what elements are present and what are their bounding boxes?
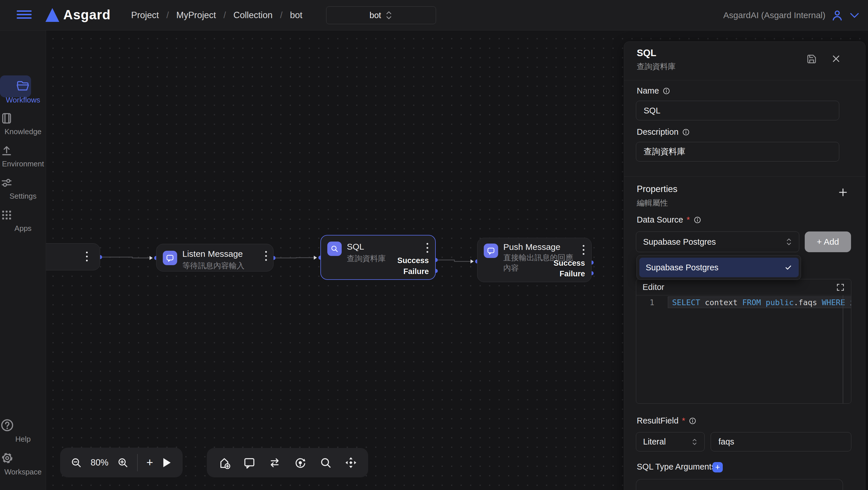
brand-title: Asgard xyxy=(63,7,111,23)
zoom-out-icon[interactable] xyxy=(70,457,82,468)
help-icon xyxy=(0,418,14,432)
sidebar-item-workflows[interactable]: Workflows xyxy=(0,80,46,105)
sql-type-arguments-label: SQL Type Arguments xyxy=(637,462,716,471)
info-icon xyxy=(662,87,671,95)
info-icon xyxy=(693,216,702,224)
sidebar-item-help[interactable]: Help xyxy=(0,418,46,444)
info-icon xyxy=(688,417,696,425)
result-field-input[interactable] xyxy=(711,432,851,452)
chevron-down-icon xyxy=(849,12,860,19)
sliders-icon xyxy=(0,176,13,190)
output-success[interactable]: Success xyxy=(553,259,585,268)
data-source-value: Supabase Postgres xyxy=(643,237,716,247)
required-asterisk: * xyxy=(686,215,690,225)
sidebar-label-workflows: Workflows xyxy=(0,95,46,105)
data-source-select[interactable]: Supabase Postgres xyxy=(636,231,799,252)
properties-heading: Properties xyxy=(637,184,677,194)
workflow-select[interactable]: bot xyxy=(326,6,436,24)
sql-editor[interactable]: Editor 1 SELECT context FROM public.faqs… xyxy=(636,279,851,404)
move-icon[interactable] xyxy=(345,456,357,469)
node-subtitle: 等待訊息內容輸入 xyxy=(182,261,245,271)
node-title: Push Message xyxy=(503,242,560,252)
dropdown-option-supabase[interactable]: Supabase Postgres xyxy=(639,258,799,277)
expand-icon[interactable] xyxy=(836,283,845,292)
zoom-in-icon[interactable] xyxy=(117,457,129,468)
code-text: SELECT context FROM public.faqs WHERE id… xyxy=(668,296,851,308)
tools-toolbar xyxy=(207,448,368,477)
zoom-level: 80% xyxy=(91,458,108,468)
result-field-label: ResultField * xyxy=(637,416,696,426)
info-icon xyxy=(682,128,690,136)
breadcrumb-bot[interactable]: bot xyxy=(290,10,302,21)
add-data-source-button[interactable]: + Add xyxy=(805,231,851,252)
node-menu-icon[interactable] xyxy=(582,244,586,256)
add-property-icon[interactable] xyxy=(838,187,848,198)
add-tag-icon[interactable] xyxy=(218,456,230,469)
sidebar-item-apps[interactable]: Apps xyxy=(0,208,46,233)
editor-scrollbar[interactable] xyxy=(843,295,843,404)
description-input[interactable] xyxy=(636,142,839,162)
comment-icon[interactable] xyxy=(243,456,256,469)
code-line[interactable]: 1 SELECT context FROM public.faqs WHERE … xyxy=(636,296,851,308)
node-settings-panel: SQL 查詢資料庫 Name Description Properties 編輯… xyxy=(624,41,865,490)
chat-bubble-icon xyxy=(484,243,498,258)
properties-subheading: 編輯屬性 xyxy=(637,198,668,208)
node-listen-message[interactable]: Listen Message 等待訊息內容輸入 xyxy=(156,244,274,271)
description-label: Description xyxy=(637,127,690,137)
add-sql-type-argument-button[interactable]: + xyxy=(712,462,723,472)
magnifier-icon xyxy=(327,241,342,256)
divider xyxy=(624,176,865,177)
editor-title: Editor xyxy=(643,282,664,292)
account-name: AsgardAI (Asgard Internal) xyxy=(723,10,826,20)
check-icon xyxy=(784,263,793,271)
editor-header: Editor xyxy=(636,279,851,295)
chevron-updown-icon xyxy=(385,10,393,20)
node-menu-icon[interactable] xyxy=(264,250,268,262)
node-title: SQL xyxy=(347,242,364,252)
sql-type-arguments-box xyxy=(636,479,843,490)
node-title: Listen Message xyxy=(182,249,243,259)
sidebar-item-knowledge[interactable]: Knowledge xyxy=(0,112,46,136)
add-node-button[interactable]: + xyxy=(146,456,153,469)
sidebar-item-environment[interactable]: Environment xyxy=(0,144,46,168)
name-label: Name xyxy=(637,86,671,95)
save-icon[interactable] xyxy=(806,53,817,65)
panel-title: SQL xyxy=(637,48,656,58)
sidebar-label-workspace: Workspace xyxy=(0,467,46,477)
sidebar-label-apps: Apps xyxy=(0,224,46,233)
output-success[interactable]: Success xyxy=(397,256,429,265)
close-icon[interactable] xyxy=(831,53,841,64)
menu-icon[interactable] xyxy=(17,10,32,20)
sidebar-label-help: Help xyxy=(0,435,46,444)
breadcrumb-collection[interactable]: Collection xyxy=(234,10,273,21)
output-failure[interactable]: Failure xyxy=(403,267,429,276)
node-menu-icon[interactable] xyxy=(425,242,429,254)
clipped-node[interactable] xyxy=(46,243,100,270)
divider xyxy=(624,80,865,80)
name-input[interactable] xyxy=(636,101,839,120)
divider xyxy=(137,454,138,471)
sidebar-item-workspace[interactable]: Workspace xyxy=(0,451,46,477)
node-sql[interactable]: SQL 查詢資料庫 Success Failure xyxy=(320,235,436,280)
folder-icon xyxy=(16,80,30,92)
asgard-logo-icon xyxy=(45,8,59,22)
breadcrumb-myproject[interactable]: MyProject xyxy=(176,10,216,21)
sidebar-label-environment: Environment xyxy=(0,160,46,168)
output-failure[interactable]: Failure xyxy=(559,269,585,279)
account-menu[interactable]: AsgardAI (Asgard Internal) xyxy=(723,0,860,30)
upload-icon xyxy=(0,144,13,157)
search-icon[interactable] xyxy=(319,456,332,469)
run-workflow-icon[interactable] xyxy=(162,457,172,468)
chat-bubble-icon xyxy=(163,251,177,265)
sidebar: Workflows Knowledge Environment Settings xyxy=(0,30,46,490)
line-number: 1 xyxy=(636,298,668,307)
chevron-updown-icon xyxy=(692,438,698,446)
swap-arrows-icon[interactable] xyxy=(268,456,281,469)
breadcrumb-project[interactable]: Project xyxy=(131,10,159,21)
result-field-type-select[interactable]: Literal xyxy=(636,432,705,452)
auto-layout-icon[interactable] xyxy=(294,456,307,469)
sidebar-item-settings[interactable]: Settings xyxy=(0,176,46,201)
node-push-message[interactable]: Push Message 直接輸出訊息的回應內容 Success Failure xyxy=(477,238,592,282)
book-icon xyxy=(0,112,13,125)
node-menu-icon[interactable] xyxy=(85,251,89,263)
